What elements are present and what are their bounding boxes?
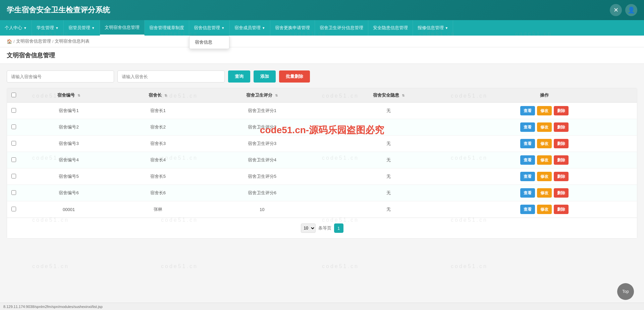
- cell-head-4: 宿舍长5: [117, 168, 199, 185]
- delete-button-0[interactable]: 删除: [554, 106, 569, 115]
- row-checkbox-cell: [7, 103, 20, 119]
- edit-button-2[interactable]: 修改: [537, 139, 552, 148]
- view-button-5[interactable]: 查看: [520, 188, 535, 198]
- edit-button-3[interactable]: 修改: [537, 155, 552, 165]
- query-button[interactable]: 查询: [228, 70, 250, 83]
- nav-label-rules: 宿舍管理规章制度: [149, 25, 184, 31]
- nav-item-hazard[interactable]: 安全隐患信息管理: [368, 20, 413, 36]
- edit-button-5[interactable]: 修改: [537, 188, 552, 198]
- nav-label-repair: 报修信息管理: [418, 25, 444, 31]
- edit-button-6[interactable]: 修改: [537, 205, 552, 214]
- pagination-bar: 10 20 50 条等页 1: [7, 218, 637, 238]
- cell-ops-1: 查看 修改 删除: [452, 119, 637, 136]
- nav-item-members[interactable]: 宿舍成员管理 ▼: [230, 20, 270, 36]
- row-checkbox-1[interactable]: [11, 124, 16, 129]
- nav-item-civildorm[interactable]: 文明宿舍信息管理: [100, 20, 145, 36]
- nav-item-hygiene[interactable]: 宿舍卫生评分信息管理: [315, 20, 368, 36]
- cell-ops-4: 查看 修改 删除: [452, 168, 637, 185]
- dropdown-item-dorm[interactable]: 宿舍信息: [190, 36, 229, 49]
- edit-button-0[interactable]: 修改: [537, 106, 552, 115]
- delete-button-2[interactable]: 删除: [554, 139, 569, 148]
- edit-button-4[interactable]: 修改: [537, 172, 552, 181]
- nav-arrow-personal: ▼: [23, 26, 27, 30]
- sort-icon-dorm-no[interactable]: ⇅: [77, 94, 80, 97]
- cell-dorm-no-0: 宿舍编号1: [20, 103, 117, 119]
- nav-item-personal[interactable]: 个人中心 ▼: [0, 20, 32, 36]
- select-all-checkbox[interactable]: [11, 93, 16, 97]
- view-button-3[interactable]: 查看: [520, 155, 535, 165]
- col-checkbox: [7, 88, 20, 103]
- row-checkbox-cell: [7, 201, 20, 218]
- cell-dorm-no-6: 00001: [20, 201, 117, 218]
- delete-button-4[interactable]: 删除: [554, 172, 569, 181]
- breadcrumb-sep2: /: [52, 39, 54, 44]
- cell-hazard-5: 无: [325, 185, 452, 201]
- delete-button-3[interactable]: 删除: [554, 155, 569, 165]
- search-input-dorm-no[interactable]: [7, 70, 114, 83]
- row-checkbox-6[interactable]: [11, 207, 16, 211]
- nav-item-repair[interactable]: 报修信息管理 ▼: [413, 20, 453, 36]
- view-button-0[interactable]: 查看: [520, 106, 535, 115]
- table-row: 宿舍编号3 宿舍长3 宿舍卫生评分3 无 查看 修改 删除: [7, 136, 637, 152]
- delete-button-1[interactable]: 删除: [554, 122, 569, 132]
- user-icon-btn[interactable]: 👤: [625, 4, 637, 16]
- view-button-1[interactable]: 查看: [520, 122, 535, 132]
- search-input-head[interactable]: [117, 70, 225, 83]
- nav-label-members: 宿舍成员管理: [234, 25, 261, 31]
- sort-icon-hazard[interactable]: ⇅: [402, 94, 405, 97]
- batch-delete-button[interactable]: 批量删除: [279, 70, 310, 83]
- view-button-4[interactable]: 查看: [520, 172, 535, 181]
- cell-head-6: 张林: [117, 201, 199, 218]
- cell-hazard-3: 无: [325, 152, 452, 168]
- col-score: 宿舍卫生评分 ⇅: [199, 88, 325, 103]
- nav-arrow-student: ▼: [55, 26, 59, 30]
- row-checkbox-3[interactable]: [11, 157, 16, 162]
- table-row: 宿舍编号1 宿舍长1 宿舍卫生评分1 无 查看 修改 删除: [7, 103, 637, 119]
- table-row: 宿舍编号2 宿舍长2 宿舍卫生评分2 查看 修改 删除: [7, 119, 637, 136]
- delete-button-6[interactable]: 删除: [554, 205, 569, 214]
- edit-button-1[interactable]: 修改: [537, 122, 552, 132]
- page-size-select[interactable]: 10 20 50: [301, 223, 316, 233]
- page-header: 文明宿舍信息管理: [0, 47, 644, 64]
- per-page-label: 条等页: [318, 225, 331, 231]
- row-checkbox-cell: [7, 152, 20, 168]
- nav-item-dorm-info[interactable]: 宿舍信息管理 ▼ 宿舍信息: [189, 20, 230, 36]
- sort-icon-head[interactable]: ⇅: [164, 94, 167, 97]
- sort-icon-score[interactable]: ⇅: [275, 94, 278, 97]
- page-title: 文明宿舍信息管理: [7, 51, 637, 63]
- table-row: 宿舍编号4 宿舍长4 宿舍卫生评分4 无 查看 修改 删除: [7, 152, 637, 168]
- page-1-button[interactable]: 1: [334, 223, 343, 233]
- breadcrumb: 🏠 / 文明宿舍信息管理 / 文明宿舍信息列表: [0, 36, 644, 47]
- search-bar: 查询 添加 批量删除: [7, 70, 637, 83]
- nav-label-hazard: 安全隐患信息管理: [373, 25, 408, 31]
- close-icon-btn[interactable]: ✕: [610, 4, 622, 16]
- cell-score-2: 宿舍卫生评分3: [199, 136, 325, 152]
- cell-hazard-1: [325, 119, 452, 136]
- cell-score-3: 宿舍卫生评分4: [199, 152, 325, 168]
- delete-button-5[interactable]: 删除: [554, 188, 569, 198]
- nav-label-hygiene: 宿舍卫生评分信息管理: [320, 25, 363, 31]
- nav-arrow-staff: ▼: [92, 26, 95, 30]
- nav-item-student[interactable]: 学生管理 ▼: [32, 20, 64, 36]
- nav-item-transfer[interactable]: 宿舍更换申请管理: [270, 20, 315, 36]
- row-checkbox-0[interactable]: [11, 108, 16, 113]
- cell-ops-2: 查看 修改 删除: [452, 136, 637, 152]
- add-button[interactable]: 添加: [254, 70, 276, 83]
- view-button-6[interactable]: 查看: [520, 205, 535, 214]
- view-button-2[interactable]: 查看: [520, 139, 535, 148]
- row-checkbox-4[interactable]: [11, 174, 16, 178]
- row-checkbox-5[interactable]: [11, 190, 16, 195]
- col-dorm-no: 宿舍编号 ⇅: [20, 88, 117, 103]
- table-row: 宿舍编号5 宿舍长5 宿舍卫生评分5 无 查看 修改 删除: [7, 168, 637, 185]
- cell-hazard-0: 无: [325, 103, 452, 119]
- breadcrumb-home[interactable]: 🏠: [7, 39, 12, 44]
- row-checkbox-2[interactable]: [11, 141, 16, 146]
- col-hazard: 宿舍安全隐患 ⇅: [325, 88, 452, 103]
- nav-label-dorm-info: 宿舍信息管理: [194, 25, 220, 31]
- nav-item-staff[interactable]: 宿管员管理 ▼: [64, 20, 100, 36]
- site-title: 学生宿舍安全卫生检查评分系统: [7, 5, 110, 15]
- cell-hazard-2: 无: [325, 136, 452, 152]
- breadcrumb-sep1: /: [13, 39, 15, 44]
- nav-item-rules[interactable]: 宿舍管理规章制度: [145, 20, 189, 36]
- nav-arrow-dorm-info: ▼: [221, 26, 225, 30]
